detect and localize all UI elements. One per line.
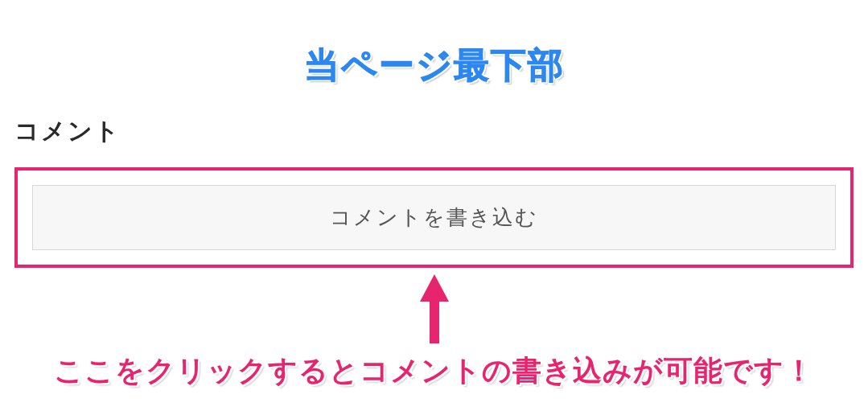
section-heading-comment: コメント (14, 115, 854, 148)
arrow-up-icon (418, 274, 450, 343)
arrow-pointer (14, 274, 854, 347)
comment-highlight-box: コメントを書き込む (14, 167, 854, 268)
write-comment-button[interactable]: コメントを書き込む (32, 185, 836, 250)
banner-title: 当ページ最下部 (14, 0, 854, 89)
instruction-text: ここをクリックするとコメントの書き込みが可能です！ (14, 351, 854, 391)
